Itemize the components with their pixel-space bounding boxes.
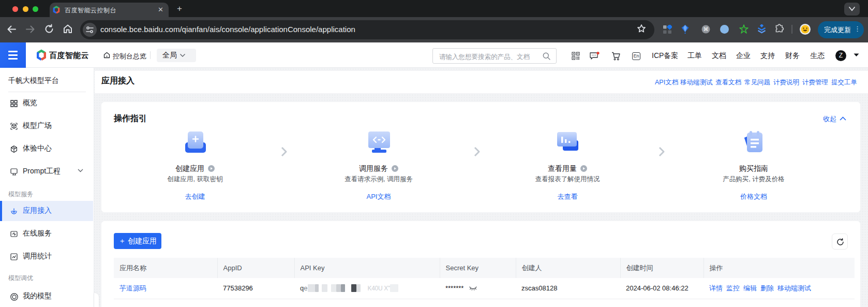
svg-text:⌘: ⌘ — [704, 26, 709, 32]
